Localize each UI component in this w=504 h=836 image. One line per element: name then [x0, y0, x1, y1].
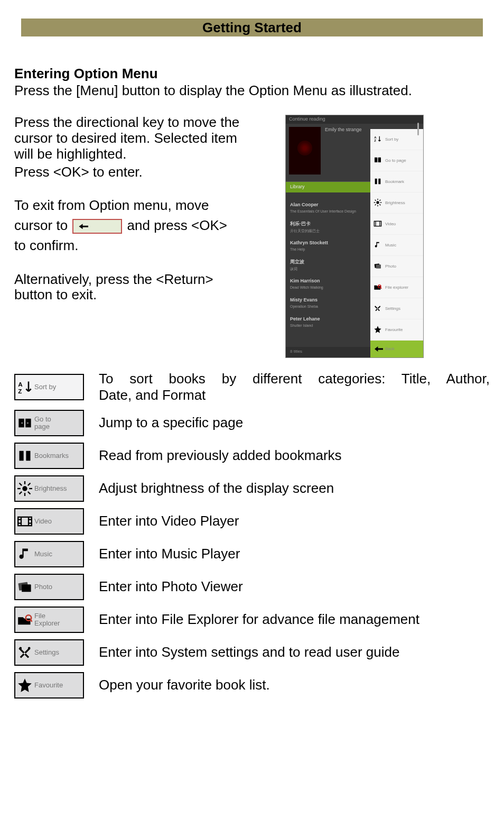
device-screenshot: Continue reading Emily the strange Libra…	[285, 115, 424, 358]
dd-settings[interactable]: Settings	[370, 298, 423, 319]
menu-cell-video[interactable]: Video	[14, 508, 84, 535]
dd-brightness[interactable]: Brightness	[370, 192, 423, 214]
menu-label: FileExplorer	[34, 612, 60, 627]
dd-favourite[interactable]: Favourite	[370, 319, 423, 341]
menu-label: Music	[34, 550, 52, 558]
return-icon	[72, 219, 122, 234]
svg-line-9	[375, 205, 376, 206]
ds-current-title: Emily the strange	[325, 127, 362, 132]
menu-table: AZ Sort by To sort books by different ca…	[14, 371, 490, 699]
photo-icon	[374, 262, 382, 270]
menu-label: Sort by	[34, 383, 56, 391]
star-icon	[374, 325, 382, 334]
dd-photo[interactable]: Photo	[370, 256, 423, 277]
star-icon	[17, 678, 32, 693]
menu-cell-brightness[interactable]: Brightness	[14, 475, 84, 502]
menu-cell-music[interactable]: Music	[14, 541, 84, 567]
video-icon	[374, 219, 382, 228]
page-header: Getting Started	[21, 19, 483, 36]
intro-p1: Press the [Menu] button to display the O…	[14, 83, 490, 99]
svg-text:Z: Z	[18, 388, 22, 394]
dd-sort-by[interactable]: AZSort by	[370, 129, 423, 150]
menu-row-photo: Photo Enter into Photo Viewer	[14, 574, 490, 600]
svg-line-26	[28, 492, 31, 494]
menu-cell-sortby[interactable]: AZ Sort by	[14, 374, 84, 400]
svg-rect-37	[22, 584, 31, 592]
menu-label: Favourite	[34, 682, 63, 689]
menu-cell-gotopage[interactable]: Go topage	[14, 410, 84, 436]
svg-line-8	[379, 205, 380, 206]
menu-label: Brightness	[34, 485, 67, 492]
sort-icon: AZ	[374, 135, 382, 143]
svg-line-28	[28, 483, 31, 485]
ds-cover	[289, 127, 321, 174]
section-heading: Entering Option Menu	[14, 66, 490, 82]
svg-line-17	[380, 288, 381, 289]
sort-icon: AZ	[17, 380, 32, 394]
menu-row-file-explorer: FileExplorer Enter into File Explorer fo…	[14, 607, 490, 633]
dd-back[interactable]: Back	[370, 341, 423, 357]
page-title: Getting Started	[202, 20, 302, 36]
photo-icon	[17, 580, 32, 594]
intro-p4: To exit from Option menu, move cursor to…	[14, 196, 241, 255]
menu-row-sortby: AZ Sort by To sort books by different ca…	[14, 371, 490, 403]
menu-desc-gotopage: Jump to a specific page	[84, 415, 490, 431]
svg-text:A: A	[374, 136, 377, 139]
menu-desc-video: Enter into Video Player	[84, 513, 490, 529]
svg-rect-29	[18, 517, 32, 526]
video-icon	[17, 514, 32, 529]
menu-desc-settings: Enter into System settings and to read u…	[84, 644, 490, 660]
svg-point-40	[20, 647, 22, 649]
svg-rect-11	[374, 222, 381, 226]
ds-drawer: AZSort by Go to page Bookmark Brightness…	[370, 129, 423, 357]
menu-row-brightness: Brightness Adjust brightness of the disp…	[14, 475, 490, 502]
svg-text:A: A	[18, 381, 23, 388]
music-icon	[17, 547, 32, 562]
music-icon	[374, 241, 382, 249]
menu-label: Go topage	[34, 416, 51, 430]
menu-desc-bookmarks: Read from previously added bookmarks	[84, 447, 490, 464]
menu-desc-sortby: To sort books by different categories: T…	[84, 371, 490, 403]
menu-desc-file-explorer: Enter into File Explorer for advance fil…	[84, 611, 490, 628]
svg-line-27	[20, 492, 22, 494]
svg-line-39	[31, 620, 33, 622]
intro-p3: Press <OK> to enter.	[14, 164, 241, 180]
svg-point-20	[22, 486, 27, 491]
svg-text:Z: Z	[374, 140, 376, 143]
ds-footer-left: 8 titles	[290, 349, 302, 355]
intro-p2: Press the directional key to move the cu…	[14, 115, 241, 162]
menu-desc-brightness: Adjust brightness of the display screen	[84, 480, 490, 497]
menu-row-settings: Settings Enter into System settings and …	[14, 639, 490, 666]
intro-p5: Alternatively, press the <Return> button…	[14, 272, 241, 304]
menu-row-favourite: Favourite Open your favorite book list.	[14, 672, 490, 699]
svg-line-7	[375, 200, 376, 201]
page-icon	[17, 416, 32, 430]
menu-cell-photo[interactable]: Photo	[14, 574, 84, 600]
svg-rect-15	[376, 265, 381, 269]
svg-line-10	[379, 200, 380, 201]
svg-point-41	[28, 647, 31, 649]
search-folder-icon	[374, 283, 382, 291]
menu-cell-bookmarks[interactable]: Bookmarks	[14, 443, 84, 469]
bookmark-icon	[374, 177, 382, 186]
settings-icon	[17, 645, 32, 660]
dd-file-explorer[interactable]: File explorer	[370, 277, 423, 298]
brightness-icon	[17, 481, 32, 496]
settings-icon	[374, 304, 382, 313]
menu-row-video: Video Enter into Video Player	[14, 508, 490, 535]
menu-row-bookmarks: Bookmarks Read from previously added boo…	[14, 443, 490, 469]
dd-bookmark[interactable]: Bookmark	[370, 171, 423, 192]
dd-music[interactable]: Music	[370, 235, 423, 256]
menu-cell-settings[interactable]: Settings	[14, 639, 84, 666]
menu-cell-file-explorer[interactable]: FileExplorer	[14, 607, 84, 633]
dd-go-to-page[interactable]: Go to page	[370, 150, 423, 171]
menu-desc-favourite: Open your favorite book list.	[84, 677, 490, 693]
dd-video[interactable]: Video	[370, 214, 423, 235]
menu-cell-favourite[interactable]: Favourite	[14, 672, 84, 699]
menu label: Video	[34, 518, 52, 525]
menu-label: Bookmarks	[34, 452, 69, 460]
brightness-icon	[374, 198, 382, 207]
menu-label: Photo	[34, 583, 52, 591]
page-icon	[374, 156, 382, 164]
menu-desc-photo: Enter into Photo Viewer	[84, 578, 490, 595]
